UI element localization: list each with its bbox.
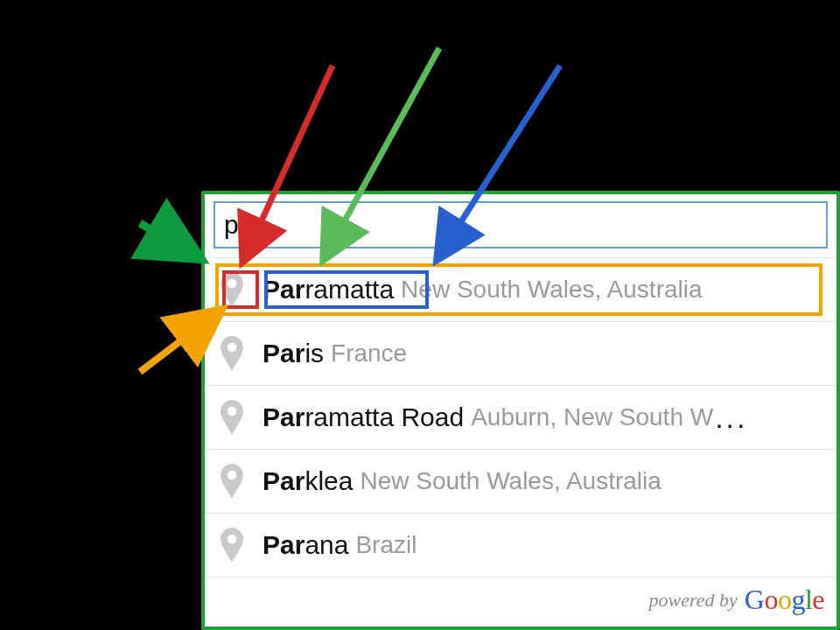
suggestion-item-1[interactable]: ParisFrance (205, 321, 836, 385)
svg-point-3 (228, 471, 237, 480)
secondary-text: Auburn, New South W (471, 403, 713, 431)
rest-text: is (304, 339, 324, 368)
rest-text: klea (304, 466, 353, 496)
suggestion-item-3[interactable]: ParkleaNew South Wales, Australia (205, 449, 836, 513)
secondary-text: France (331, 340, 407, 368)
match-text: Par (262, 530, 304, 560)
pin-icon (217, 272, 247, 307)
suggestion-item-0[interactable]: ParramattaNew South Wales, Australia (205, 257, 836, 321)
secondary-text: New South Wales, Australia (360, 467, 661, 495)
search-input[interactable] (214, 201, 828, 248)
match-text: Par (262, 466, 304, 496)
attribution-prefix: powered by (649, 589, 738, 612)
pin-icon (217, 464, 247, 499)
suggestion-item-4[interactable]: ParanaBrazil (205, 513, 836, 577)
search-wrap (205, 194, 836, 257)
rest-text: ramatta Road (304, 402, 464, 432)
suggestion-item-2[interactable]: Parramatta RoadAuburn, New South W... (205, 385, 836, 449)
svg-point-4 (228, 535, 237, 544)
rest-text: ana (304, 530, 348, 560)
attribution: powered by Google (205, 577, 836, 622)
suggestion-list: ParramattaNew South Wales, Australia Par… (205, 257, 836, 577)
pin-icon (217, 528, 247, 563)
match-text: Par (262, 275, 304, 304)
autocomplete-widget: ParramattaNew South Wales, Australia Par… (201, 191, 840, 630)
google-logo: Google (745, 584, 824, 616)
ellipsis-icon: ... (715, 401, 747, 435)
secondary-text: New South Wales, Australia (401, 276, 702, 304)
match-text: Par (262, 402, 304, 432)
svg-point-0 (228, 279, 237, 289)
secondary-text: Brazil (355, 531, 416, 559)
pin-icon (217, 400, 247, 435)
arrow-darkgreen (140, 223, 200, 258)
svg-point-1 (228, 343, 237, 353)
match-text: Par (262, 339, 304, 368)
svg-point-2 (228, 407, 237, 416)
pin-icon (217, 336, 247, 371)
rest-text: ramatta (304, 275, 394, 304)
